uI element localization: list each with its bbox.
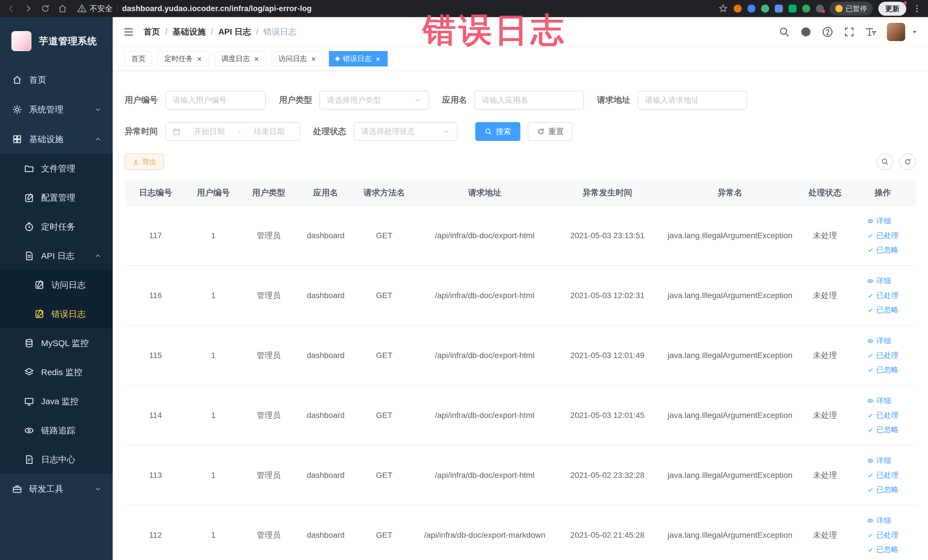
date-range-picker[interactable]: 开始日期 - 结束日期 (165, 122, 300, 141)
detail-link[interactable]: 详细 (867, 336, 891, 346)
cell-method: GET (354, 206, 414, 266)
export-button[interactable]: 导出 (125, 154, 164, 170)
sidebar-item-dev-tools[interactable]: 研发工具 (0, 474, 113, 504)
detail-link[interactable]: 详细 (867, 516, 891, 525)
sidebar-item-error-log[interactable]: 错误日志 (0, 299, 113, 329)
security-indicator[interactable]: 不安全 (77, 3, 113, 14)
tab-close-icon[interactable] (375, 56, 381, 62)
user-type-select[interactable]: 请选择用户类型 (319, 91, 429, 110)
cell-status: 未处理 (800, 445, 850, 505)
breadcrumb-item[interactable]: 基础设施 (172, 26, 206, 38)
tab-error-log[interactable]: 错误日志 (329, 51, 388, 67)
sidebar-item-api-log[interactable]: API 日志 (0, 241, 113, 270)
toggle-search-button[interactable] (877, 154, 893, 170)
cell-request-url: /api/infra/db-doc/export-markdown (414, 505, 555, 560)
address-bar[interactable]: 不安全 dashboard.yudao.iocoder.cn/infra/log… (73, 3, 713, 14)
gear-icon (12, 104, 22, 115)
extension-icon[interactable] (775, 5, 783, 12)
process-status-select[interactable]: 请选择处理状态 (354, 122, 458, 141)
cell-status: 未处理 (800, 206, 850, 266)
tab-bar: 首页 定时任务 调度日志 访问日志 (113, 47, 928, 71)
folder-icon (24, 163, 34, 174)
tab-close-icon[interactable] (310, 56, 317, 62)
sidebar-item-infra[interactable]: 基础设施 (0, 124, 113, 154)
infra-submenu: 文件管理 配置管理 定时任务 API 日志 (0, 154, 113, 474)
home-icon (12, 75, 22, 85)
search-button[interactable]: 搜索 (475, 122, 520, 141)
kebab-menu-icon[interactable] (912, 4, 922, 14)
mark-processed-link[interactable]: 已处理 (867, 350, 898, 360)
github-icon[interactable] (800, 26, 812, 38)
back-icon[interactable] (6, 4, 16, 14)
reload-icon[interactable] (41, 4, 50, 14)
reset-button[interactable]: 重置 (528, 122, 573, 141)
mark-ignored-link[interactable]: 已忽略 (867, 425, 898, 435)
tab-close-icon[interactable] (196, 56, 203, 62)
sidebar-item-system[interactable]: 系统管理 (0, 95, 113, 124)
help-icon[interactable] (822, 26, 833, 38)
update-button[interactable]: 更新 (878, 2, 906, 16)
mark-ignored-link[interactable]: 已忽略 (867, 545, 898, 555)
font-size-icon[interactable] (865, 26, 877, 38)
detail-link[interactable]: 详细 (867, 276, 891, 286)
mark-ignored-link[interactable]: 已忽略 (867, 365, 898, 375)
user-id-input[interactable] (172, 91, 258, 109)
breadcrumb-item[interactable]: API 日志 (218, 26, 251, 38)
sidebar-item-config[interactable]: 配置管理 (0, 183, 113, 212)
extension-icon[interactable] (816, 5, 824, 12)
extension-icon[interactable] (748, 5, 756, 12)
detail-link[interactable]: 详细 (867, 216, 891, 226)
mark-ignored-link[interactable]: 已忽略 (867, 245, 898, 255)
tab-job-log[interactable]: 调度日志 (215, 51, 266, 67)
tab-access-log[interactable]: 访问日志 (272, 51, 323, 67)
hamburger-icon[interactable] (122, 26, 135, 38)
sidebar-item-log-center[interactable]: 日志中心 (0, 445, 113, 474)
mark-processed-link[interactable]: 已处理 (867, 290, 898, 301)
breadcrumb: 首页 / 基础设施 / API 日志 / 错误日志 (143, 26, 297, 38)
cell-exception-name: java.lang.IllegalArgumentException (659, 445, 800, 505)
sidebar-item-java[interactable]: Java 监控 (0, 387, 113, 416)
mark-processed-link[interactable]: 已处理 (867, 410, 898, 420)
vue-devtools-icon[interactable] (761, 5, 769, 12)
sidebar-item-file[interactable]: 文件管理 (0, 154, 113, 183)
sidebar-item-mysql[interactable]: MySQL 监控 (0, 329, 113, 358)
extension-icon[interactable] (789, 5, 797, 12)
mark-processed-link[interactable]: 已处理 (867, 470, 898, 480)
sidebar-item-home[interactable]: 首页 (0, 65, 113, 95)
end-date-placeholder: 结束日期 (246, 127, 293, 137)
app-name-input[interactable] (482, 91, 577, 109)
breadcrumb-item[interactable]: 首页 (143, 26, 160, 38)
mark-ignored-link[interactable]: 已忽略 (867, 485, 898, 495)
bookmark-star-icon[interactable] (718, 4, 728, 14)
extension-icon[interactable] (734, 5, 742, 12)
mark-ignored-link[interactable]: 已忽略 (867, 305, 898, 315)
request-url-input[interactable] (645, 91, 740, 109)
search-icon[interactable] (778, 26, 790, 38)
column-header: 日志编号 (125, 180, 186, 206)
sidebar-item-access-log[interactable]: 访问日志 (0, 270, 113, 299)
sidebar-item-job[interactable]: 定时任务 (0, 212, 113, 241)
user-avatar[interactable] (887, 23, 905, 41)
tab-close-icon[interactable] (253, 56, 259, 62)
column-header: 请求地址 (414, 180, 555, 206)
tab-home[interactable]: 首页 (125, 51, 152, 67)
refresh-table-button[interactable] (899, 154, 916, 170)
sidebar-item-trace[interactable]: 链路追踪 (0, 416, 113, 445)
mark-processed-link[interactable]: 已处理 (867, 230, 898, 241)
mark-processed-link[interactable]: 已处理 (867, 530, 898, 540)
filter-row-2: 异常时间 开始日期 - 结束日期 处理状态 请选择处理状态 (125, 122, 916, 141)
detail-link[interactable]: 详细 (867, 396, 891, 406)
home-icon[interactable] (58, 4, 67, 14)
caret-down-icon[interactable] (911, 28, 918, 36)
forward-icon[interactable] (23, 4, 33, 14)
sidebar-item-redis[interactable]: Redis 监控 (0, 358, 113, 387)
smiley-icon (835, 5, 843, 12)
paused-badge[interactable]: 已暂停 (830, 2, 873, 16)
cell-method: GET (354, 325, 414, 385)
extension-icon[interactable] (802, 5, 810, 12)
fullscreen-icon[interactable] (844, 26, 855, 38)
app-logo[interactable]: 芋道管理系统 (0, 17, 113, 65)
cell-exception-name: java.lang.IllegalArgumentException (659, 206, 800, 266)
tab-job[interactable]: 定时任务 (158, 51, 209, 67)
detail-link[interactable]: 详细 (867, 456, 891, 465)
